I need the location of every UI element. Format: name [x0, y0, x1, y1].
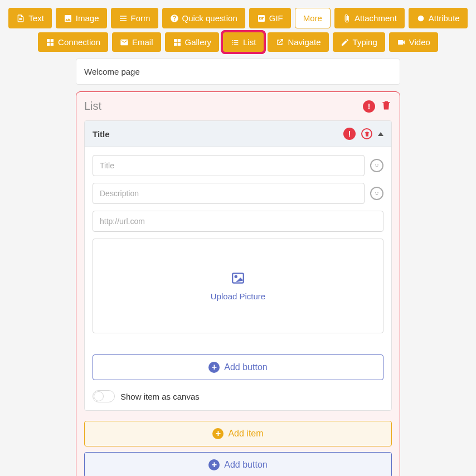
text-button[interactable]: Text: [8, 8, 52, 28]
list-panel-title: List: [84, 100, 101, 113]
delete-list-button[interactable]: [381, 100, 392, 113]
list-panel: List ! Title !: [76, 91, 400, 476]
add-item-button[interactable]: + Add item: [84, 421, 392, 446]
question-icon: [170, 14, 179, 23]
file-icon: [16, 14, 25, 23]
toolbar-label: Quick question: [182, 13, 237, 23]
list-button[interactable]: List: [223, 32, 264, 52]
toolbar-label: Email: [132, 37, 153, 47]
video-button[interactable]: Video: [389, 32, 438, 52]
toolbar-label: Typing: [353, 37, 377, 47]
connection-button[interactable]: Connection: [38, 32, 108, 52]
add-button-label: Add button: [224, 460, 267, 470]
video-icon: [397, 38, 406, 47]
gif-button[interactable]: GIF: [249, 8, 291, 28]
description-input[interactable]: [93, 183, 365, 204]
gallery-button[interactable]: Gallery: [165, 32, 220, 52]
svg-point-6: [235, 276, 237, 278]
title-input[interactable]: [93, 155, 365, 176]
navigate-button[interactable]: Navigate: [268, 32, 328, 52]
add-item-label: Add item: [228, 429, 263, 439]
accordion-header[interactable]: Title !: [85, 121, 391, 147]
gallery-icon: [173, 38, 182, 47]
upload-picture-area[interactable]: Upload Picture: [93, 239, 383, 333]
toolbar-label: Navigate: [288, 37, 320, 47]
welcome-page-label: Welcome page: [84, 67, 140, 76]
toolbar-label: Image: [76, 13, 99, 23]
svg-point-1: [375, 164, 376, 166]
accordion-body: Upload Picture + Add button Show item as…: [85, 147, 391, 410]
list-panel-header: List !: [84, 100, 392, 113]
svg-point-4: [377, 192, 378, 193]
canvas-toggle-label: Show item as canvas: [120, 392, 200, 401]
image-icon: [64, 14, 72, 23]
plus-icon: +: [208, 362, 220, 373]
attachment-button[interactable]: Attachment: [334, 8, 405, 28]
picture-icon: [230, 271, 246, 287]
add-button-inner[interactable]: + Add button: [93, 354, 383, 380]
list-item-accordion: Title !: [84, 120, 392, 411]
emoji-button[interactable]: [370, 187, 383, 200]
navigate-icon: [275, 38, 284, 47]
add-button-bottom[interactable]: + Add button: [84, 452, 392, 476]
alert-icon[interactable]: !: [343, 128, 356, 140]
svg-point-2: [377, 164, 378, 166]
gif-icon: [257, 14, 266, 23]
email-button[interactable]: Email: [112, 32, 161, 52]
plus-icon: +: [208, 459, 220, 470]
toolbar-label: Video: [409, 37, 430, 47]
accordion-title: Title: [93, 129, 110, 139]
plus-icon: +: [212, 428, 224, 439]
canvas-toggle[interactable]: [93, 390, 115, 402]
toolbar-label: Gallery: [185, 37, 212, 47]
svg-point-0: [417, 15, 424, 21]
toolbar: Text Image Form Quick question GIF More …: [0, 0, 476, 52]
typing-button[interactable]: Typing: [333, 32, 385, 52]
image-button[interactable]: Image: [56, 8, 107, 28]
upload-label: Upload Picture: [211, 292, 265, 301]
collapse-icon[interactable]: [378, 132, 383, 136]
url-input[interactable]: [93, 211, 383, 232]
toolbar-label: More: [303, 13, 322, 23]
typing-icon: [341, 38, 349, 47]
more-button[interactable]: More: [295, 8, 331, 28]
alert-icon[interactable]: !: [363, 100, 375, 113]
toolbar-label: Connection: [58, 37, 100, 47]
toolbar-label: GIF: [269, 13, 283, 23]
delete-item-button[interactable]: [361, 128, 372, 139]
toolbar-label: Text: [28, 13, 44, 23]
toggle-knob: [94, 391, 104, 401]
add-button-label: Add button: [224, 362, 267, 372]
toolbar-label: List: [243, 37, 256, 47]
email-icon: [120, 38, 129, 47]
attribute-button[interactable]: Attribute: [409, 8, 468, 28]
attribute-icon: [416, 14, 425, 23]
form-button[interactable]: Form: [111, 8, 158, 28]
toolbar-label: Attachment: [354, 13, 397, 23]
connection-icon: [46, 38, 55, 47]
form-icon: [119, 14, 128, 23]
toolbar-label: Form: [131, 13, 150, 23]
toolbar-label: Attribute: [429, 13, 460, 23]
attachment-icon: [342, 14, 351, 23]
welcome-page-card[interactable]: Welcome page: [76, 59, 400, 85]
emoji-button[interactable]: [370, 159, 383, 172]
quick-question-button[interactable]: Quick question: [162, 8, 245, 28]
svg-point-3: [375, 192, 376, 193]
list-icon: [231, 38, 240, 47]
